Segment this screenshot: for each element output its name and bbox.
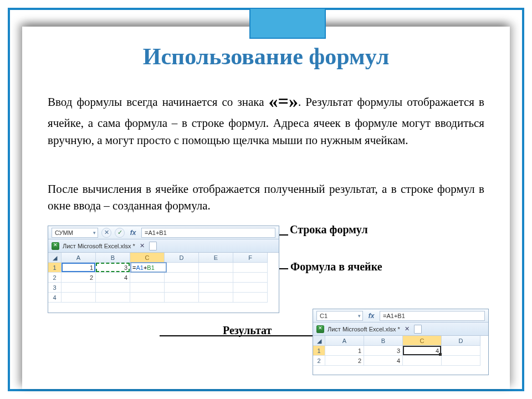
row-1: 1 1 3 4 .: [313, 346, 488, 356]
select-all-corner[interactable]: ◢: [313, 336, 325, 346]
cell-d2[interactable]: .: [442, 356, 480, 366]
arrow-to-result: [160, 335, 330, 336]
callout-cell-formula: Формула в ячейке: [290, 260, 382, 273]
new-sheet-icon[interactable]: [149, 242, 157, 250]
cell-a1[interactable]: 1: [62, 263, 96, 273]
confirm-icon[interactable]: ✓: [115, 228, 125, 238]
row-2: 2 2 4 . .: [313, 356, 488, 366]
col-header-d[interactable]: D: [165, 253, 199, 263]
excel-editing-screenshot: СУММ ✕ ✓ fx =A1+B1 Лист Microsoft Excel.…: [48, 226, 279, 313]
cell-e1[interactable]: .: [199, 263, 233, 273]
grid: ◢ A B C D 1 1 3 4 . 2 2 4 . .: [313, 336, 488, 366]
cell-b2[interactable]: 4: [364, 356, 403, 366]
cell-b2[interactable]: 4: [96, 273, 130, 283]
row-header-3[interactable]: 3: [48, 283, 62, 293]
cell-c2[interactable]: .: [130, 273, 165, 283]
cell-b1[interactable]: 3: [364, 346, 403, 356]
cell-c2[interactable]: .: [403, 356, 442, 366]
cell-a2[interactable]: 2: [325, 356, 364, 366]
workbook-tab-label[interactable]: Лист Microsoft Excel.xlsx *: [63, 243, 135, 249]
cell-e2[interactable]: .: [199, 273, 233, 283]
editing-cell-c1[interactable]: =A1+B1: [130, 262, 167, 273]
row-header-1[interactable]: 1: [48, 263, 62, 273]
excel-result-screenshot: C1 fx =A1+B1 Лист Microsoft Excel.xlsx *…: [313, 309, 489, 375]
formula-input[interactable]: =A1+B1: [380, 311, 485, 321]
name-box[interactable]: C1: [316, 311, 363, 321]
excel-file-icon: [316, 325, 324, 333]
col-header-b[interactable]: B: [364, 336, 403, 346]
grid: ◢ A B C D E F 1 1 3 . . . . 2 2 4 . . . …: [48, 253, 279, 303]
cell-f1[interactable]: .: [233, 263, 268, 273]
fx-icon[interactable]: fx: [366, 312, 376, 320]
close-icon[interactable]: ✕: [403, 325, 411, 332]
name-box[interactable]: СУММ: [52, 228, 98, 238]
cell-d2[interactable]: .: [165, 273, 199, 283]
row-header-2[interactable]: 2: [48, 273, 62, 283]
close-icon[interactable]: ✕: [139, 242, 146, 249]
cell-f2[interactable]: .: [233, 273, 268, 283]
callout-formula-bar: Строка формул: [290, 223, 368, 236]
paragraph-1: Ввод формулы всегда начинается со знака …: [48, 88, 484, 149]
col-header-c[interactable]: C: [403, 336, 442, 346]
formula-input[interactable]: =A1+B1: [141, 228, 275, 238]
fx-icon[interactable]: fx: [128, 229, 138, 237]
col-header-a[interactable]: A: [62, 253, 96, 263]
slide-top-tab: [249, 8, 326, 39]
col-header-e[interactable]: E: [199, 253, 233, 263]
row-header-2[interactable]: 2: [313, 356, 325, 366]
paragraph-2: После вычисления в ячейке отображается п…: [48, 181, 484, 214]
row-3: 3 ......: [48, 283, 279, 293]
cell-d1[interactable]: .: [165, 263, 199, 273]
row-header-1[interactable]: 1: [313, 346, 325, 356]
cancel-icon[interactable]: ✕: [101, 228, 111, 238]
row-header-4[interactable]: 4: [48, 293, 62, 303]
row-4: 4 ......: [48, 293, 279, 303]
new-sheet-icon[interactable]: [414, 325, 422, 334]
formula-bar: C1 fx =A1+B1: [313, 309, 488, 323]
col-header-b[interactable]: B: [96, 253, 130, 263]
col-header-d[interactable]: D: [442, 336, 480, 346]
col-header-f[interactable]: F: [233, 253, 268, 263]
col-header-c[interactable]: C: [130, 253, 165, 263]
equals-sign: «=»: [269, 91, 298, 111]
formula-bar: СУММ ✕ ✓ fx =A1+B1: [48, 226, 279, 239]
cell-d1[interactable]: .: [442, 346, 480, 356]
paragraph-1a: Ввод формулы всегда начинается со знака: [48, 95, 269, 109]
selection-c1: [403, 346, 441, 355]
cell-a2[interactable]: 2: [62, 273, 96, 283]
col-header-a[interactable]: A: [325, 336, 364, 346]
cell-a1[interactable]: 1: [325, 346, 364, 356]
select-all-corner[interactable]: ◢: [48, 253, 62, 263]
row-2: 2 2 4 . . . .: [48, 273, 279, 283]
cell-b1[interactable]: 3: [96, 263, 130, 273]
slide-title: Использование формул: [0, 43, 532, 70]
workbook-tabstrip: Лист Microsoft Excel.xlsx * ✕: [313, 323, 488, 336]
workbook-tabstrip: Лист Microsoft Excel.xlsx * ✕: [48, 239, 279, 253]
excel-file-icon: [52, 242, 59, 250]
workbook-tab-label[interactable]: Лист Microsoft Excel.xlsx *: [328, 326, 400, 332]
